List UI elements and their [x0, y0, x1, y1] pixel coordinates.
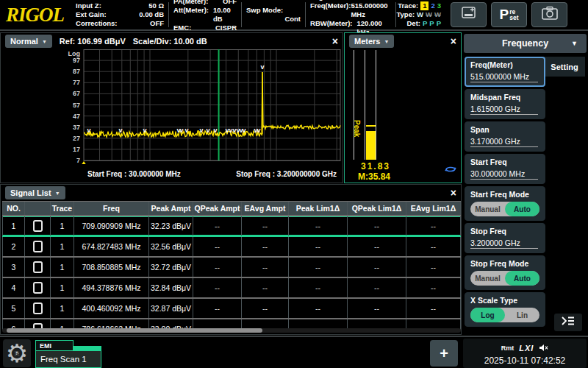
menu-item-stop-freq[interactable]: Stop Freq 3.200000 GHz [465, 223, 545, 253]
trace-label: Trace: [398, 1, 418, 10]
chevron-down-icon: ▼ [384, 39, 389, 44]
toggle-log[interactable]: Log [470, 308, 505, 322]
menu-item-freq-meter[interactable]: Freq(Meter) 515.000000 MHz [465, 57, 545, 87]
row-checkbox[interactable] [33, 241, 43, 252]
cell-no: 5 [2, 299, 25, 318]
preset-p-glyph: P [500, 7, 509, 23]
table-row[interactable]: 41494.378876 MHz32.84 dBμV---------- [2, 278, 461, 299]
trace-mode-value: Normal [10, 37, 38, 46]
swp-mode-value: Cont [284, 15, 301, 24]
stop-freq-mode-toggle[interactable]: Manual Auto [470, 271, 539, 286]
col-trace: Trace [51, 202, 74, 215]
screenshot-button[interactable] [531, 2, 567, 27]
signal-list-dropdown[interactable]: Signal List ▼ [5, 186, 65, 199]
trace-3-type: W [434, 10, 441, 19]
trace-2-badge[interactable]: 2 [431, 1, 434, 10]
datetime-readout: 2025-10-11 07:42:52 [484, 355, 566, 366]
menu-item-start-freq[interactable]: Start Freq 30.000000 MHz [465, 154, 545, 184]
menu-expand-icon [560, 316, 576, 329]
close-icon[interactable]: × [451, 188, 456, 198]
meters-dropdown[interactable]: Meters ▼ [349, 35, 394, 48]
close-icon[interactable]: × [332, 36, 338, 46]
trace-2-det: P [429, 19, 434, 28]
start-freq-mode-toggle[interactable]: Manual Auto [470, 202, 539, 216]
peak-marker: v [257, 127, 260, 134]
checkbox-cell [25, 237, 51, 256]
table-row[interactable]: 21674.827483 MHz32.56 dBμV---------- [2, 237, 461, 258]
row-checkbox[interactable] [33, 220, 43, 232]
toggle-auto[interactable]: Auto [505, 202, 539, 216]
lxi-indicator: LXI [519, 344, 534, 353]
menu-expand-button[interactable] [554, 314, 582, 331]
menu-item-span[interactable]: Span 3.170000 GHz [465, 121, 545, 152]
meters-window-header: Meters ▼ × [345, 33, 461, 49]
horizontal-scrollbar[interactable] [2, 328, 461, 333]
stop-freq-field[interactable]: 3.200000 GHz [470, 238, 538, 249]
cell-plim: -- [289, 216, 348, 236]
camera-icon [540, 5, 559, 24]
preset-button[interactable]: P re set [491, 2, 527, 27]
rigol-logo: RIGOL [0, 4, 71, 26]
tab-setting[interactable]: Setting [544, 57, 585, 77]
svg-text:57: 57 [73, 102, 80, 109]
spectrum-plot[interactable]: 9787776757473727177Logvvvvvvvvvvvvvvvvvv [1, 49, 344, 164]
meters-window: Meters ▼ × Peak 31.83 M:35.84 [344, 32, 462, 183]
cell-eavg: -- [242, 258, 289, 277]
freq-meter-field[interactable]: 515.000000 MHz [470, 72, 538, 82]
toggle-manual[interactable]: Manual [470, 271, 505, 286]
peak-meter-max-value: M:35.84 [358, 171, 390, 182]
cell-qpeak: -- [193, 237, 242, 256]
corrections-label: Corrections: [76, 19, 117, 28]
cell-qlim: -- [348, 299, 406, 318]
tab-freq-scan-1[interactable]: Freq Scan 1 [35, 350, 101, 368]
col-checkbox [25, 202, 51, 215]
spectrum-window-header: Normal ▼ Ref: 106.99 dBμV Scale/Div: 10.… [1, 33, 343, 49]
close-icon[interactable]: × [451, 36, 456, 46]
trace-indicator-group[interactable]: Trace: 1 2 3 Type: W W W Det: P P P [396, 1, 445, 28]
x-scale-type-toggle[interactable]: Log Lin [470, 308, 539, 322]
cell-peak: 32.72 dBμV [149, 258, 193, 277]
toggle-manual[interactable]: Manual [470, 202, 505, 216]
svg-text:27: 27 [73, 135, 80, 142]
pa-meter-label: PA(Meter): [173, 0, 208, 6]
table-row[interactable]: 31708.850885 MHz32.72 dBμV---------- [2, 258, 461, 278]
add-view-icon [460, 5, 478, 24]
col-no: NO. [2, 202, 25, 215]
svg-text:7: 7 [76, 157, 80, 164]
chevron-down-icon: ▼ [42, 39, 47, 44]
row-checkbox[interactable] [33, 282, 43, 294]
system-status-box[interactable]: Rmt LXI 2025-10-11 07:42:52 [463, 339, 587, 368]
toggle-lin[interactable]: Lin [505, 308, 539, 322]
start-freq-field[interactable]: 30.000000 MHz [470, 169, 538, 180]
peak-marker: v [242, 127, 245, 134]
trace-mode-dropdown[interactable]: Normal ▼ [5, 35, 52, 48]
col-peak-lim: Peak Lim1Δ [289, 202, 348, 215]
mode-tab-emi[interactable]: EMI Freq Scan 1 [35, 340, 101, 368]
trace-1-badge[interactable]: 1 [420, 1, 429, 10]
menu-title-dropdown[interactable]: Frequency ▼ [464, 34, 587, 53]
add-view-button[interactable] [451, 2, 487, 27]
add-tab-button[interactable]: + [430, 340, 458, 367]
trace-3-badge[interactable]: 3 [437, 1, 441, 10]
menu-item-midspan-freq[interactable]: Midspan Freq 1.615000 GHz [465, 89, 545, 119]
table-row[interactable]: 11709.090909 MHz32.23 dBμV---------- [2, 216, 461, 237]
svg-text:97: 97 [73, 57, 80, 64]
checkbox-cell [25, 299, 51, 318]
row-checkbox[interactable] [33, 261, 43, 273]
midspan-freq-field[interactable]: 1.615000 GHz [470, 105, 538, 115]
start-freq-readout: Start Freq : 30.000000 MHz [87, 170, 181, 178]
toggle-auto[interactable]: Auto [505, 271, 539, 286]
peak-marker: v [199, 127, 203, 134]
span-field[interactable]: 3.170000 GHz [470, 137, 538, 147]
table-row[interactable]: 51400.460092 MHz32.87 dBμV---------- [2, 299, 461, 319]
cell-no: 4 [2, 278, 25, 297]
input-settings-group: Input Z:50 Ω Ext Gain:0.00 dB Correction… [71, 1, 168, 28]
meter-refresh-icon[interactable] [445, 163, 456, 176]
signal-list-header: Signal List ▼ × [1, 185, 461, 201]
scrollbar-thumb[interactable] [7, 328, 262, 333]
system-menu-button[interactable]: ⚙ R [3, 339, 31, 367]
row-checkbox[interactable] [33, 302, 43, 314]
col-eavg-ampt: EAvg Ampt [242, 202, 289, 215]
peak-marker: v [179, 127, 183, 134]
col-qpeak-ampt: QPeak Ampt [193, 202, 242, 215]
